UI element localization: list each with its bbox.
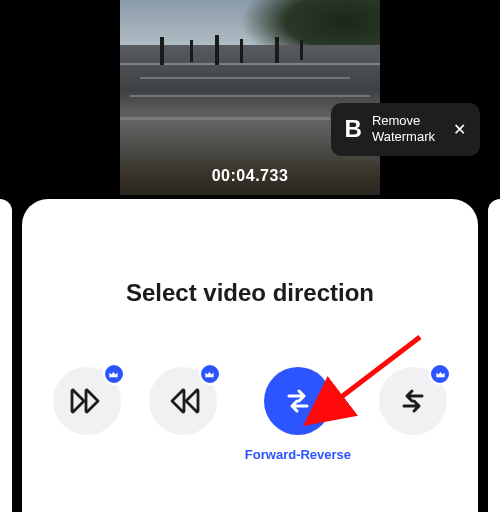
close-icon[interactable]: ✕ bbox=[453, 120, 466, 139]
panel-title: Select video direction bbox=[126, 279, 374, 307]
watermark-label: Remove Watermark bbox=[372, 113, 435, 146]
option-label: Forward-Reverse bbox=[245, 447, 351, 462]
video-preview[interactable]: 00:04.733 bbox=[120, 0, 380, 195]
option-reverse-forward[interactable] bbox=[379, 367, 447, 435]
premium-badge-icon bbox=[429, 363, 451, 385]
swap-arrows-alt-icon bbox=[395, 386, 431, 416]
remove-watermark-banner[interactable]: B Remove Watermark ✕ bbox=[331, 103, 480, 156]
next-panel-edge[interactable] bbox=[488, 199, 500, 512]
rewind-icon bbox=[166, 386, 200, 416]
direction-panel: Select video direction bbox=[22, 199, 478, 512]
watermark-brand-icon: B bbox=[345, 117, 362, 141]
prev-panel-edge[interactable] bbox=[0, 199, 12, 512]
option-forward[interactable] bbox=[53, 367, 121, 435]
option-reverse[interactable] bbox=[149, 367, 217, 435]
premium-badge-icon bbox=[103, 363, 125, 385]
premium-badge-icon bbox=[199, 363, 221, 385]
fast-forward-icon bbox=[70, 386, 104, 416]
swap-arrows-icon bbox=[280, 386, 316, 416]
timestamp: 00:04.733 bbox=[212, 167, 289, 185]
options-row: Forward-Reverse bbox=[42, 367, 458, 462]
option-forward-reverse[interactable]: Forward-Reverse bbox=[245, 367, 351, 462]
